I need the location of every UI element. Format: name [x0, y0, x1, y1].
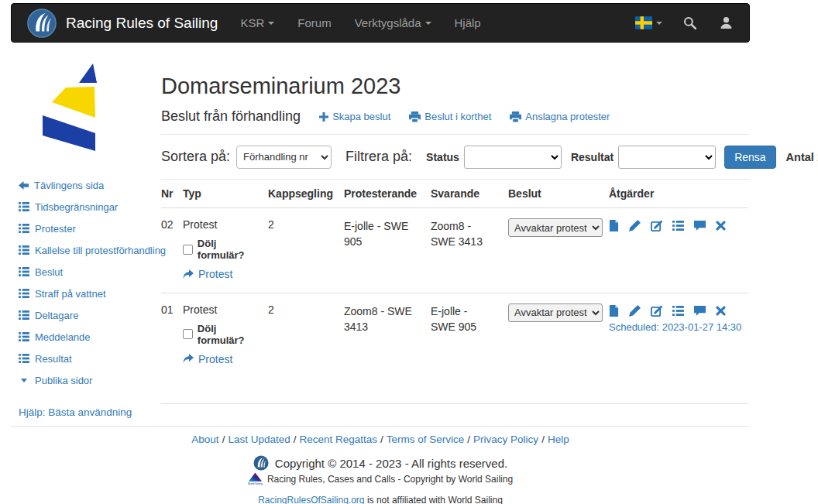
- pencil-icon: [629, 305, 641, 317]
- sort-select[interactable]: Förhandling nr: [236, 146, 332, 169]
- clear-filters-button[interactable]: Rensa: [724, 146, 775, 169]
- view-file-button[interactable]: [609, 220, 619, 231]
- col-svarande: Svarande: [431, 180, 508, 208]
- view-file-button[interactable]: [609, 305, 619, 317]
- copyright-line: Copyright © 2014 - 2023 - All rights res…: [11, 455, 750, 471]
- comment-button[interactable]: [694, 305, 706, 317]
- swedish-flag-icon: [635, 16, 652, 29]
- filter-label: Filtrera på:: [345, 149, 412, 165]
- print-decisions-link[interactable]: Beslut i korthet: [409, 111, 491, 122]
- status-filter-select[interactable]: [464, 146, 562, 169]
- list-icon: [19, 354, 29, 363]
- footer-link-recent-regattas[interactable]: Recent Regattas: [299, 434, 377, 445]
- list-icon: [19, 289, 29, 298]
- sidebar-item-kallelse[interactable]: Kallelse till protestförhandling: [19, 239, 161, 261]
- details-button[interactable]: [672, 221, 684, 231]
- edit-icon: [651, 305, 662, 317]
- main-nav: KSR Forum Verktygslåda Hjälp: [229, 16, 492, 29]
- search-icon: [683, 16, 696, 29]
- list-icon: [19, 332, 29, 341]
- cell-nr: 01: [161, 293, 183, 404]
- cell-svarande: E-jolle - SWE 905: [431, 293, 508, 404]
- col-nr: Nr: [161, 180, 183, 208]
- cell-atgarder: [609, 208, 748, 293]
- protest-form-link[interactable]: Protest: [183, 353, 232, 365]
- col-atgarder: Åtgärder: [609, 180, 748, 208]
- create-decision-link[interactable]: Skapa beslut: [319, 111, 390, 122]
- delete-button[interactable]: [716, 221, 726, 231]
- protest-form-link[interactable]: Protest: [183, 268, 232, 280]
- page-title: Domarseminarium 2023: [161, 74, 750, 98]
- hide-form-option: Dölj formulär?: [183, 323, 265, 346]
- section-subtitle: Beslut från förhandling: [161, 108, 301, 125]
- nav-item-forum[interactable]: Forum: [286, 16, 342, 29]
- edit-decision-button[interactable]: [651, 305, 662, 317]
- sidebar-item-meddelande[interactable]: Meddelande: [19, 326, 161, 348]
- sort-label: Sortera på:: [161, 149, 230, 165]
- print-posted-protests-link[interactable]: Anslagna protester: [510, 111, 610, 122]
- page: Racing Rules of Sailing KSR Forum Verkty…: [11, 3, 750, 504]
- help-best-practice-link[interactable]: Hjälp: Bästa användning: [19, 406, 132, 418]
- list-icon: [19, 245, 29, 255]
- pencil-icon: [629, 220, 641, 231]
- scheduled-link[interactable]: Scheduled: 2023-01-27 14:30: [609, 321, 741, 333]
- sidebar-item-resultat[interactable]: Resultat: [19, 348, 161, 369]
- remove-icon: [716, 306, 726, 316]
- sidebar-item-protester[interactable]: Protester: [19, 218, 161, 239]
- affiliation-line: RacingRulesOfSailing.org is not affiliat…: [11, 495, 750, 504]
- table-row: 02 Protest Dölj formulär? Protest: [161, 208, 748, 293]
- footer-links: About/Last Updated/Recent Regattas/Terms…: [11, 434, 750, 445]
- delete-button[interactable]: [716, 306, 726, 316]
- decision-select[interactable]: Avvaktar protest: [508, 303, 603, 322]
- sidebar-item-publika-sidor[interactable]: Publika sidor: [19, 369, 161, 391]
- footer-link-about[interactable]: About: [191, 434, 218, 445]
- decision-select[interactable]: Avvaktar protest: [508, 218, 603, 237]
- event-sail-logo: [43, 58, 97, 157]
- language-selector[interactable]: [626, 16, 672, 29]
- nav-item-ksr[interactable]: KSR: [229, 16, 286, 29]
- caret-down-icon: [21, 379, 27, 382]
- list-icon: [19, 267, 29, 276]
- sidebar-menu: Tävlingens sida Tidsbegränsningar Protes…: [11, 174, 161, 391]
- brand-title[interactable]: Racing Rules of Sailing: [66, 15, 218, 32]
- row-count: Antal 2: [786, 151, 818, 163]
- caret-down-icon: [268, 22, 274, 25]
- search-button[interactable]: [672, 16, 708, 29]
- comment-button[interactable]: [694, 220, 706, 231]
- footer-link-terms[interactable]: Terms of Service: [387, 434, 465, 445]
- list-icon: [19, 202, 29, 211]
- caret-down-icon: [656, 22, 662, 25]
- nav-item-verktygslada[interactable]: Verktygslåda: [343, 16, 443, 29]
- details-button[interactable]: [672, 306, 684, 316]
- footer-link-help[interactable]: Help: [548, 434, 569, 445]
- footer-link-last-updated[interactable]: Last Updated: [228, 434, 290, 445]
- nav-item-hjalp[interactable]: Hjälp: [443, 16, 493, 29]
- sidebar-item-tidsbegransningar[interactable]: Tidsbegränsningar: [19, 196, 161, 218]
- hide-form-checkbox[interactable]: [183, 329, 193, 339]
- result-label: Resultat: [571, 151, 614, 163]
- sidebar-item-beslut[interactable]: Beslut: [19, 261, 161, 283]
- edit-button[interactable]: [629, 305, 641, 317]
- user-button[interactable]: [708, 16, 744, 29]
- edit-button[interactable]: [629, 220, 641, 231]
- svg-text:World Sailing: World Sailing: [248, 482, 263, 485]
- col-protesterande: Protesterande: [344, 180, 431, 208]
- rrs-org-link[interactable]: RacingRulesOfSailing.org: [258, 495, 364, 504]
- rrs-logo-icon[interactable]: [27, 9, 57, 38]
- sidebar: Tävlingens sida Tidsbegränsningar Protes…: [11, 58, 161, 418]
- list-icon: [672, 221, 684, 231]
- footer-link-privacy[interactable]: Privacy Policy: [473, 434, 538, 445]
- cell-kappsegling: 2: [268, 293, 344, 404]
- edit-decision-button[interactable]: [651, 220, 662, 231]
- result-filter-select[interactable]: [618, 146, 716, 169]
- sidebar-item-straff[interactable]: Straff på vattnet: [19, 283, 161, 304]
- caret-down-icon: [425, 22, 431, 25]
- main-panel: Domarseminarium 2023 Beslut från förhand…: [161, 58, 750, 418]
- filter-bar: Sortera på: Förhandling nr Filtrera på: …: [161, 135, 750, 180]
- sidebar-item-tavlingens-sida[interactable]: Tävlingens sida: [19, 174, 161, 196]
- status-label: Status: [426, 151, 459, 163]
- hide-form-checkbox[interactable]: [183, 245, 193, 255]
- list-icon: [672, 306, 684, 316]
- sidebar-item-deltagare[interactable]: Deltagare: [19, 304, 161, 326]
- footer: About/Last Updated/Recent Regattas/Terms…: [11, 426, 750, 504]
